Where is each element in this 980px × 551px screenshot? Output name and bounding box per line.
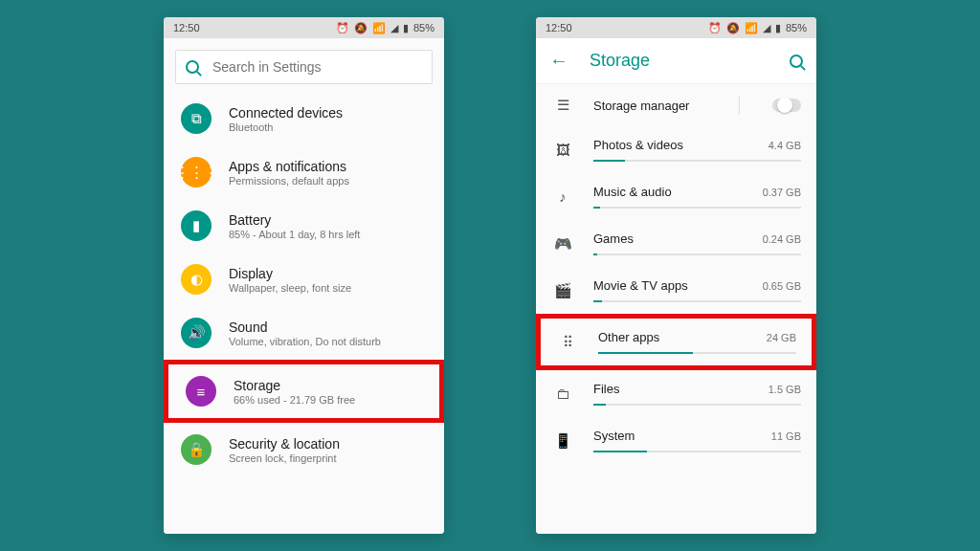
search-placeholder: Search in Settings xyxy=(212,59,322,75)
row-label: Photos & videos xyxy=(593,138,683,152)
row-label: Other apps xyxy=(598,330,659,344)
row-label: Movie & TV apps xyxy=(593,278,688,293)
row-size: 0.65 GB xyxy=(763,280,801,292)
storage-screen: 12:50 ⏰ 🔕 📶 ◢ ▮ 85% ← Storage ☰ Storage … xyxy=(536,17,816,534)
folder-icon: 🗀 xyxy=(551,386,574,402)
progress-fill xyxy=(593,207,600,209)
storage-icon: ≡ xyxy=(186,376,216,407)
dnd-icon: 🔕 xyxy=(726,22,740,34)
item-sub: Wallpaper, sleep, font size xyxy=(229,282,429,294)
settings-item-display[interactable]: ◐ Display Wallpaper, sleep, font size xyxy=(164,253,444,306)
settings-list[interactable]: ⧉ Connected devices Bluetooth ⋮⋮⋮ Apps &… xyxy=(164,92,444,534)
storage-list[interactable]: ☰ Storage manager 🖼 Photos & videos4.4 G… xyxy=(536,84,816,534)
row-label: System xyxy=(593,429,635,443)
item-title: Apps & notifications xyxy=(229,159,429,174)
storage-row-system[interactable]: 📱 System11 GB xyxy=(536,417,816,464)
battery-icon: ▮ xyxy=(403,22,409,34)
progress-fill xyxy=(593,451,647,452)
progress-bar xyxy=(593,207,801,209)
storage-row-files[interactable]: 🗀 Files1.5 GB xyxy=(536,370,816,417)
battery-percent: 85% xyxy=(413,22,434,33)
apps-icon: ⋮⋮⋮ xyxy=(181,157,212,187)
item-sub: Volume, vibration, Do not disturb xyxy=(229,336,429,347)
row-size: 0.24 GB xyxy=(763,233,801,245)
storage-row-music[interactable]: ♪ Music & audio0.37 GB xyxy=(536,173,816,220)
sound-icon: 🔊 xyxy=(181,318,212,348)
progress-bar xyxy=(593,160,801,162)
progress-fill xyxy=(593,253,597,255)
alarm-icon: ⏰ xyxy=(336,22,349,34)
manager-icon: ☰ xyxy=(551,97,574,114)
battery-percent: 85% xyxy=(786,22,807,33)
progress-fill xyxy=(593,404,606,406)
lock-icon: 🔒 xyxy=(181,434,212,465)
item-sub: 66% used - 21.79 GB free xyxy=(234,394,424,406)
battery-icon: ▮ xyxy=(775,22,781,34)
item-title: Storage xyxy=(234,378,424,393)
row-size: 0.37 GB xyxy=(763,187,801,198)
alarm-icon: ⏰ xyxy=(708,22,722,34)
status-bar: 12:50 ⏰ 🔕 📶 ◢ ▮ 85% xyxy=(164,17,444,38)
games-icon: 🎮 xyxy=(551,235,574,253)
item-title: Display xyxy=(229,266,429,281)
display-icon: ◐ xyxy=(181,264,212,295)
storage-manager-row[interactable]: ☰ Storage manager xyxy=(536,84,816,126)
appbar: ← Storage xyxy=(536,38,816,84)
search-settings-input[interactable]: Search in Settings xyxy=(175,50,433,84)
progress-bar xyxy=(593,451,801,452)
storage-row-tv[interactable]: 🎬 Movie & TV apps0.65 GB xyxy=(536,267,816,314)
dnd-icon: 🔕 xyxy=(354,22,368,34)
storage-row-games[interactable]: 🎮 Games0.24 GB xyxy=(536,220,816,267)
status-icons: ⏰ 🔕 📶 ◢ ▮ 85% xyxy=(336,22,434,34)
settings-item-security[interactable]: 🔒 Security & location Screen lock, finge… xyxy=(164,423,444,476)
settings-item-connected-devices[interactable]: ⧉ Connected devices Bluetooth xyxy=(164,92,444,145)
progress-fill xyxy=(598,352,693,354)
item-sub: Permissions, default apps xyxy=(229,175,429,187)
settings-item-apps-notifications[interactable]: ⋮⋮⋮ Apps & notifications Permissions, de… xyxy=(164,145,444,199)
row-label: Games xyxy=(593,231,634,246)
status-time: 12:50 xyxy=(173,22,200,33)
photos-icon: 🖼 xyxy=(551,142,574,158)
progress-bar xyxy=(598,352,796,354)
progress-bar xyxy=(593,253,801,255)
searchbar-container: Search in Settings xyxy=(164,38,444,92)
devices-icon: ⧉ xyxy=(181,103,212,134)
item-sub: 85% - About 1 day, 8 hrs left xyxy=(229,229,429,240)
settings-item-battery[interactable]: ▮ Battery 85% - About 1 day, 8 hrs left xyxy=(164,199,444,253)
back-button[interactable]: ← xyxy=(549,50,568,72)
item-title: Connected devices xyxy=(229,105,429,121)
divider xyxy=(739,96,740,115)
tv-icon: 🎬 xyxy=(551,282,574,299)
row-label: Music & audio xyxy=(593,185,672,199)
item-title: Sound xyxy=(229,320,429,335)
phone-icon: 📱 xyxy=(551,432,574,450)
music-icon: ♪ xyxy=(551,188,574,205)
item-title: Security & location xyxy=(229,436,429,452)
storage-row-photos[interactable]: 🖼 Photos & videos4.4 GB xyxy=(536,126,816,173)
settings-item-storage[interactable]: ≡ Storage 66% used - 21.79 GB free xyxy=(164,360,444,423)
status-time: 12:50 xyxy=(546,22,572,33)
battery-config-icon: ▮ xyxy=(181,210,212,241)
settings-screen: 12:50 ⏰ 🔕 📶 ◢ ▮ 85% Search in Settings ⧉… xyxy=(164,17,444,534)
signal-icon: 📶 xyxy=(745,22,758,34)
storage-row-other-apps[interactable]: ⠿ Other apps24 GB xyxy=(536,314,816,370)
appbar-title: Storage xyxy=(590,51,768,71)
progress-fill xyxy=(593,160,625,162)
search-button[interactable] xyxy=(790,55,803,68)
cell-icon: ◢ xyxy=(390,22,398,34)
progress-bar xyxy=(593,404,801,406)
row-size: 24 GB xyxy=(767,332,796,343)
row-label: Files xyxy=(593,382,619,396)
progress-bar xyxy=(593,300,801,302)
settings-item-sound[interactable]: 🔊 Sound Volume, vibration, Do not distur… xyxy=(164,306,444,360)
cell-icon: ◢ xyxy=(763,22,770,34)
signal-icon: 📶 xyxy=(372,22,386,34)
apps-grid-icon: ⠿ xyxy=(556,334,579,351)
row-size: 4.4 GB xyxy=(768,140,801,151)
status-icons: ⏰ 🔕 📶 ◢ ▮ 85% xyxy=(708,22,807,34)
row-size: 1.5 GB xyxy=(768,384,801,395)
storage-manager-toggle[interactable] xyxy=(772,99,801,112)
progress-fill xyxy=(593,300,602,302)
status-bar: 12:50 ⏰ 🔕 📶 ◢ ▮ 85% xyxy=(536,17,816,38)
search-icon xyxy=(186,60,199,74)
